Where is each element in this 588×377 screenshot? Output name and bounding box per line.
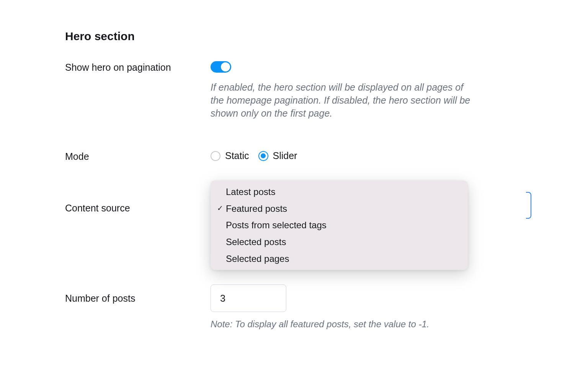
radio-group-mode: Static Slider (211, 150, 524, 161)
label-number-of-posts: Number of posts (65, 293, 211, 304)
radio-label-static: Static (225, 150, 249, 161)
label-content-source: Content source (65, 203, 211, 214)
dropdown-option-selected-posts[interactable]: Selected posts (211, 234, 468, 250)
radio-circle-static (211, 151, 220, 161)
label-mode: Mode (65, 151, 211, 162)
row-number-of-posts: Number of posts Note: To display all fea… (65, 284, 524, 330)
dropdown-menu-content-source: Latest posts ✓ Featured posts Posts from… (211, 180, 468, 270)
dropdown-option-selected-pages[interactable]: Selected pages (211, 250, 468, 267)
dropdown-underlying-select-edge (526, 192, 531, 219)
dropdown-option-label: Posts from selected tags (226, 219, 327, 232)
dropdown-content-source[interactable]: Latest posts ✓ Featured posts Posts from… (211, 180, 524, 270)
radio-circle-slider (258, 151, 268, 161)
row-content-source: Content source Latest posts ✓ Featured p… (65, 180, 524, 270)
toggle-show-hero-pagination[interactable] (211, 61, 231, 73)
row-mode: Mode Static Slider (65, 150, 524, 162)
dropdown-option-label: Featured posts (226, 202, 287, 215)
label-show-hero-pagination: Show hero on pagination (65, 62, 211, 73)
note-number-of-posts: Note: To display all featured posts, set… (211, 319, 524, 330)
dropdown-option-latest-posts[interactable]: Latest posts (211, 184, 468, 200)
dropdown-option-label: Selected posts (226, 236, 286, 249)
dropdown-option-label: Selected pages (226, 252, 289, 265)
dropdown-option-featured-posts[interactable]: ✓ Featured posts (211, 200, 468, 217)
dropdown-option-label: Latest posts (226, 185, 275, 198)
row-show-hero-pagination: Show hero on pagination If enabled, the … (65, 61, 524, 120)
section-title: Hero section (65, 30, 524, 43)
radio-label-slider: Slider (273, 150, 297, 161)
input-number-of-posts[interactable] (211, 284, 286, 312)
toggle-knob (221, 62, 230, 72)
radio-mode-static[interactable]: Static (211, 150, 249, 161)
settings-panel: Hero section Show hero on pagination If … (65, 30, 524, 348)
helper-show-hero-pagination: If enabled, the hero section will be dis… (211, 81, 479, 120)
check-icon: ✓ (216, 203, 224, 214)
radio-mode-slider[interactable]: Slider (258, 150, 297, 161)
dropdown-option-posts-selected-tags[interactable]: Posts from selected tags (211, 217, 468, 234)
